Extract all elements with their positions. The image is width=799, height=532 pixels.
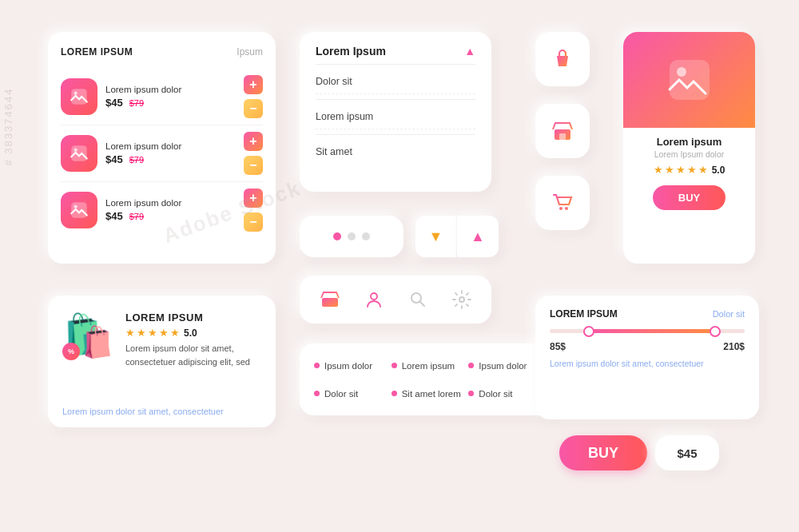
plus-button[interactable]: + [244,75,263,94]
tag-label: Ipsum dolor [479,361,527,371]
product-old-price: $79 [129,155,144,165]
minus-button[interactable]: − [244,212,263,232]
price-range-header: LOREM IPSUM Dolor sit [550,308,745,320]
dropdown-arrow-up-icon[interactable]: ▲ [464,45,475,58]
pagination-dot-active[interactable] [333,232,341,240]
plus-button[interactable]: + [244,189,263,208]
dropdown-item[interactable]: Dolor sit [316,69,475,94]
product-name: Lorem ipsum dolor [105,141,236,151]
dropdown-item[interactable]: Sit amet [316,140,475,164]
bag-icon-button[interactable] [535,32,590,86]
product-thumbnail [61,135,97,172]
arrow-buttons: ▼ ▲ [415,216,499,257]
star-icon: ★ [687,164,697,176]
buy-label: BUY [588,445,618,462]
quantity-controls: + − [244,75,263,118]
range-thumb-left[interactable] [583,326,594,337]
product-preview-image [623,32,755,128]
pagination-dot[interactable] [348,232,356,240]
product-name: Lorem ipsum dolor [105,85,236,94]
svg-point-1 [74,92,78,95]
minus-button[interactable]: − [244,156,263,175]
product-preview-sub: Lorem Ipsum dolor [648,149,731,159]
arrow-down-button[interactable]: ▼ [415,216,457,257]
range-desc: Lorem ipsum dolor sit amet, consectetuer [550,359,745,368]
star-icon: ★ [698,164,708,176]
percent-badge: % [62,343,80,360]
minus-button[interactable]: − [244,99,263,118]
range-thumb-right[interactable] [710,326,721,337]
nav-search-icon[interactable] [403,285,432,314]
tag-dot-icon [314,391,320,396]
dropdown-card: Lorem Ipsum ▲ Dolor sit Lorem ipsum Sit … [300,32,491,192]
product-thumbnail [61,78,97,115]
tags-card: Ipsum dolor Lorem ipsum Ipsum dolor Dolo… [300,343,555,415]
plus-button[interactable]: + [244,132,263,151]
range-min-label: 85$ [550,341,566,352]
tag-dot-icon [392,363,397,368]
product-row: Lorem ipsum dolor $45 $79 + − [61,125,263,182]
svg-point-15 [459,297,464,302]
chevron-down-icon: ▼ [429,228,443,245]
pagination-dot[interactable] [362,232,370,240]
range-max-label: 210$ [723,341,745,352]
price-value: $45 [677,447,697,460]
svg-point-13 [371,293,377,300]
tag-dot-icon [392,391,397,396]
tag-item: Lorem ipsum [392,355,464,376]
star-icon: ★ [654,164,663,176]
product-old-price: $79 [129,212,144,221]
dropdown-divider [316,134,475,135]
tag-label: Lorem ipsum [402,361,455,371]
product-info: Lorem ipsum dolor $45 $79 [105,85,236,109]
promo-desc: Lorem ipsum dolor sit amet, consectetuer… [125,342,261,368]
star-icon: ★ [137,327,146,339]
price-range-link[interactable]: Dolor sit [713,309,745,319]
promo-title: LOREM IPSUM [125,312,261,324]
nav-store-icon[interactable] [316,285,344,314]
navbar-card [300,276,491,324]
dropdown-title: Lorem Ipsum [316,45,386,58]
price-range-card: LOREM IPSUM Dolor sit 85$ 210$ Lorem ips… [535,296,759,419]
watermark-id: # 383374644 [2,88,14,166]
quantity-controls: + − [244,132,263,175]
promo-card: 🛍️ % LOREM IPSUM ★ ★ ★ ★ ★ 5.0 Lorem ips… [48,296,276,427]
product-price: $45 [105,153,123,165]
cart-icon-button[interactable] [535,176,590,230]
quantity-controls: + − [244,189,263,232]
price-range-title: LOREM IPSUM [550,308,618,320]
star-icon: ★ [676,164,686,176]
tag-dot-icon [468,391,474,396]
product-list-subtitle: Ipsum [237,46,263,58]
store-icon-button[interactable] [535,104,590,158]
arrow-up-button[interactable]: ▲ [457,216,499,257]
product-row: Lorem ipsum dolor $45 $79 + − [61,182,263,238]
nav-settings-icon[interactable] [447,285,476,314]
promo-rating: 5.0 [184,328,197,339]
product-price: $45 [105,210,123,222]
product-rating: 5.0 [712,165,725,176]
promo-stars: ★ ★ ★ ★ ★ 5.0 [125,327,261,339]
tag-label: Sit amet lorem [402,389,461,399]
product-row: Lorem ipsum dolor $45 $79 + − [61,69,263,125]
tag-dot-icon [468,363,474,368]
svg-rect-7 [559,133,566,140]
product-preview-name: Lorem ipsum [650,136,729,148]
buy-button[interactable]: BUY [653,185,725,210]
range-track [550,329,745,333]
range-fill [589,329,716,333]
buy-button-large[interactable]: BUY [559,435,647,470]
svg-point-11 [677,67,686,77]
dropdown-item[interactable]: Lorem ipsum [316,105,475,129]
dots-area [300,232,403,240]
pagination-dots [300,216,403,257]
dropdown-divider [316,99,475,100]
tag-label: Dolor sit [479,389,512,399]
tag-label: Ipsum dolor [324,361,372,371]
svg-point-5 [74,205,78,208]
tag-item: Ipsum dolor [314,355,387,376]
star-icon: ★ [159,327,169,339]
star-icon: ★ [665,164,674,176]
nav-user-icon[interactable] [360,285,388,314]
svg-rect-10 [670,60,710,100]
